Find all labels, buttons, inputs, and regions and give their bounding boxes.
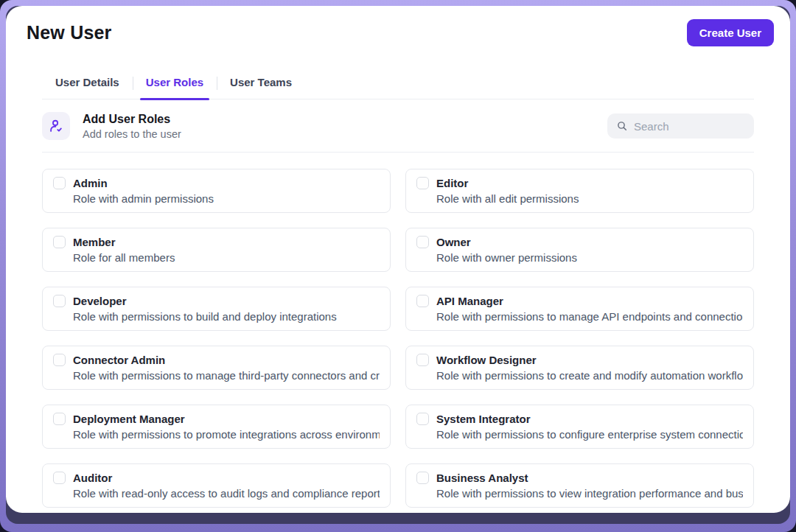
section-header: Add User Roles Add roles to the user xyxy=(42,99,754,153)
role-card-top: Member xyxy=(53,236,380,248)
search-input[interactable] xyxy=(634,120,745,133)
role-checkbox[interactable] xyxy=(53,177,66,189)
role-card[interactable]: Deployment Manager Role with permissions… xyxy=(42,405,391,449)
create-user-button[interactable]: Create User xyxy=(687,19,774,46)
role-description: Role with permissions to create and modi… xyxy=(436,369,743,382)
role-checkbox[interactable] xyxy=(416,472,429,484)
role-card-top: Auditor xyxy=(53,472,380,484)
new-user-dialog: New User Create User User Details User R… xyxy=(6,6,790,513)
search-icon xyxy=(616,120,628,132)
role-checkbox[interactable] xyxy=(53,354,66,366)
role-name: Admin xyxy=(73,177,108,189)
role-card-top: Business Analyst xyxy=(416,472,743,484)
role-card-top: System Integrator xyxy=(416,413,743,425)
role-description: Role for all members xyxy=(73,251,380,264)
dialog-content: User Details User Roles User Teams Add U… xyxy=(6,49,790,513)
user-check-icon xyxy=(42,112,70,140)
role-card-top: API Manager xyxy=(416,295,743,307)
role-name: Owner xyxy=(436,236,471,248)
role-name: Auditor xyxy=(73,472,112,484)
search-box[interactable] xyxy=(607,113,754,139)
role-card[interactable]: Workflow Designer Role with permissions … xyxy=(405,346,754,390)
role-checkbox[interactable] xyxy=(53,413,66,425)
role-card[interactable]: Business Analyst Role with permissions t… xyxy=(405,463,754,508)
role-name: System Integrator xyxy=(436,413,531,425)
role-checkbox[interactable] xyxy=(416,413,429,425)
role-card[interactable]: System Integrator Role with permissions … xyxy=(405,405,754,449)
role-checkbox[interactable] xyxy=(53,472,66,484)
page-title: New User xyxy=(27,22,112,43)
role-card-top: Workflow Designer xyxy=(416,354,743,366)
section-subtitle: Add roles to the user xyxy=(83,128,595,140)
role-card-top: Owner xyxy=(416,236,743,248)
role-name: API Manager xyxy=(436,295,503,307)
role-card[interactable]: API Manager Role with permissions to man… xyxy=(405,287,754,331)
role-description: Role with permissions to configure enter… xyxy=(436,428,743,441)
role-name: Connector Admin xyxy=(73,354,165,366)
role-card[interactable]: Owner Role with owner permissions xyxy=(405,228,754,272)
role-checkbox[interactable] xyxy=(416,177,429,189)
dialog-header: New User Create User xyxy=(6,6,790,49)
role-name: Developer xyxy=(73,295,127,307)
role-checkbox[interactable] xyxy=(53,295,66,307)
role-description: Role with all edit permissions xyxy=(436,192,743,205)
role-name: Editor xyxy=(436,177,468,189)
role-description: Role with permissions to promote integra… xyxy=(73,428,380,441)
role-card-top: Connector Admin xyxy=(53,354,380,366)
role-checkbox[interactable] xyxy=(416,295,429,307)
role-name: Deployment Manager xyxy=(73,413,185,425)
role-checkbox[interactable] xyxy=(53,236,66,248)
role-card[interactable]: Editor Role with all edit permissions xyxy=(405,169,754,213)
tab[interactable]: User Roles xyxy=(133,71,217,99)
tab[interactable]: User Details xyxy=(42,71,133,99)
role-card[interactable]: Admin Role with admin permissions xyxy=(42,169,391,213)
role-description: Role with permissions to build and deplo… xyxy=(73,310,380,323)
section-title: Add User Roles xyxy=(83,113,595,126)
role-description: Role with permissions to view integratio… xyxy=(436,487,743,500)
role-checkbox[interactable] xyxy=(416,236,429,248)
role-card[interactable]: Connector Admin Role with permissions to… xyxy=(42,346,391,390)
tab[interactable]: User Teams xyxy=(217,71,305,99)
role-name: Business Analyst xyxy=(436,472,528,484)
role-card[interactable]: Developer Role with permissions to build… xyxy=(42,287,391,331)
role-name: Workflow Designer xyxy=(436,354,537,366)
role-description: Role with admin permissions xyxy=(73,192,380,205)
tab-bar: User Details User Roles User Teams xyxy=(42,71,754,99)
role-card-top: Deployment Manager xyxy=(53,413,380,425)
role-card-top: Developer xyxy=(53,295,380,307)
role-card[interactable]: Auditor Role with read-only access to au… xyxy=(42,463,391,508)
role-card[interactable]: Member Role for all members xyxy=(42,228,391,272)
role-card-top: Editor xyxy=(416,177,743,189)
role-card-top: Admin xyxy=(53,177,380,189)
role-name: Member xyxy=(73,236,116,248)
role-description: Role with owner permissions xyxy=(436,251,743,264)
role-description: Role with permissions to manage third-pa… xyxy=(73,369,380,382)
role-checkbox[interactable] xyxy=(416,354,429,366)
role-description: Role with read-only access to audit logs… xyxy=(73,487,380,500)
roles-grid: Admin Role with admin permissions Editor… xyxy=(42,153,754,508)
role-description: Role with permissions to manage API endp… xyxy=(436,310,743,323)
section-text: Add User Roles Add roles to the user xyxy=(83,113,595,140)
